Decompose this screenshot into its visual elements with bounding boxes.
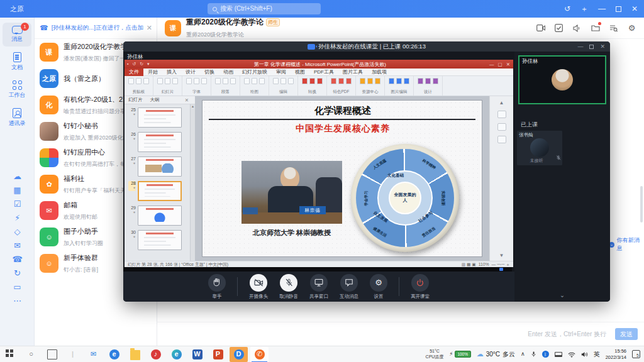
rail-tool-icon[interactable]: ▦ <box>13 186 21 194</box>
rail-tool-icon[interactable]: ☁ <box>13 172 21 180</box>
presenter-video[interactable]: 孙佳林 <box>518 55 606 104</box>
rail-tool-icon[interactable]: ✉ <box>14 241 21 250</box>
taskbar-app-icon[interactable]: e <box>166 346 187 362</box>
taskbar-app-icon[interactable]: W <box>187 346 208 362</box>
todo-icon[interactable] <box>554 23 564 33</box>
conference-settings-button[interactable]: ⚙ 设置 <box>370 274 387 300</box>
scroll-down-icon[interactable]: ▼ <box>499 253 504 258</box>
input-language[interactable]: 英 <box>594 350 600 359</box>
ribbon-tab[interactable]: 加载项 <box>367 69 391 76</box>
tray-mic-icon[interactable] <box>531 349 536 360</box>
tab-slides[interactable]: 幻灯片 <box>125 97 147 103</box>
ribbon-tab[interactable]: 设计 <box>181 69 200 76</box>
ribbon-group[interactable]: 资源中心 <box>356 76 385 96</box>
ribbon-group[interactable]: 转换 <box>298 76 327 96</box>
add-icon[interactable]: ＋ <box>580 4 588 14</box>
rail-tool-icon[interactable]: ▭ <box>13 283 21 291</box>
tab-outline[interactable]: 大纲 <box>147 97 164 103</box>
ribbon-group[interactable]: 段落 <box>211 76 240 96</box>
sidebar-item-workbench[interactable]: 工作台 <box>3 77 31 102</box>
interactive-message-button[interactable]: 互动消息 <box>340 274 358 300</box>
share-window-button[interactable]: 共享窗口 <box>309 274 328 300</box>
unmute-button[interactable]: 取消静音 <box>279 274 298 300</box>
settings-icon[interactable]: ⚙ <box>627 23 636 33</box>
conf-close-button[interactable]: ✕ <box>600 43 605 50</box>
close-banner-icon[interactable]: ✕ <box>147 24 152 32</box>
weather-widget[interactable]: ☁ 30°C 多云 <box>477 350 515 359</box>
rail-tool-icon[interactable]: ◇ <box>14 228 21 236</box>
clock-widget[interactable]: 15:562022/3/14 <box>606 348 626 361</box>
close-pane-icon[interactable]: ✕ <box>181 97 192 103</box>
taskbar-app-icon[interactable]: ♪ <box>145 346 166 362</box>
rail-tool-icon[interactable]: ☎ <box>12 255 22 263</box>
sidebar-item-docs[interactable]: 文档 <box>3 49 31 75</box>
taskbar-app-icon[interactable] <box>125 346 145 362</box>
chat-scrollbar[interactable] <box>640 186 643 222</box>
leave-class-button[interactable]: 离开课堂 <box>411 274 430 300</box>
quick-access-toolbar[interactable]: ▪ ↺ ↻ ▾ <box>127 62 151 67</box>
slide-thumbnail[interactable]: 25✦ <box>128 107 190 128</box>
rail-tool-icon[interactable]: ☑ <box>14 200 21 208</box>
raise-hand-button[interactable]: 举手 <box>208 274 226 300</box>
tray-chevron-icon[interactable]: ∧ <box>521 351 525 357</box>
ribbon-group[interactable]: 字体 <box>182 76 211 96</box>
chat-history-icon[interactable] <box>609 23 618 33</box>
ppt-close-button[interactable]: ✕ <box>506 62 510 67</box>
ribbon-tab[interactable]: 幻灯片放映 <box>238 69 272 76</box>
view-icons[interactable]: ▥ ▦ ▣ <box>462 262 476 267</box>
rail-tool-icon[interactable]: ⚡ <box>14 214 20 222</box>
collapse-participants-icon[interactable]: ⌄ <box>514 292 610 299</box>
taskbar-app-icon[interactable]: e <box>104 346 125 362</box>
ribbon-tab[interactable]: 视图 <box>291 69 309 76</box>
message-input[interactable]: Enter 发送，Ctrl+Enter 换行 <box>528 330 606 339</box>
ribbon-tab[interactable]: 动画 <box>219 69 238 76</box>
mute-speaker-icon[interactable] <box>572 23 582 33</box>
slide-thumbnail[interactable]: 27✦ <box>128 156 190 177</box>
conf-maximize-button[interactable] <box>589 45 594 49</box>
side-tool-icon[interactable] <box>497 136 506 143</box>
wifi-icon[interactable] <box>568 349 575 360</box>
taskbar-app-icon[interactable]: ✆ <box>249 346 270 362</box>
battery-indicator[interactable]: ⚡100% <box>449 351 470 358</box>
files-icon[interactable] <box>591 23 600 33</box>
ppt-maximize-button[interactable]: ▢ <box>498 62 502 67</box>
maximize-button[interactable] <box>616 6 621 12</box>
history-icon[interactable]: ↺ <box>564 4 570 13</box>
taskbar-app-icon[interactable]: ✉ <box>83 346 104 362</box>
close-button[interactable]: ✕ <box>631 4 638 13</box>
side-tool-icon[interactable] <box>497 123 506 131</box>
taskbar-app-icon[interactable] <box>42 346 62 362</box>
ribbon-tab[interactable]: 切换 <box>200 69 219 76</box>
cpu-temp-widget[interactable]: 51°CCPU温度 <box>426 349 444 359</box>
rail-tool-icon[interactable]: ↻ <box>14 269 21 277</box>
taskbar-app-icon[interactable] <box>0 346 21 362</box>
sidebar-item-contacts[interactable]: 通讯录 <box>3 105 31 131</box>
video-meeting-icon[interactable] <box>536 23 545 33</box>
ribbon-group[interactable]: 特色PDF <box>327 76 356 96</box>
camera-on-button[interactable]: 开摄像头 <box>249 274 268 300</box>
slide-thumbnail[interactable]: 26✦ <box>128 132 190 152</box>
slide-thumbnail[interactable]: 29✦ <box>128 206 190 226</box>
ribbon-tab[interactable]: PDF工具 <box>309 69 338 76</box>
taskbar-app-icon[interactable]: ○ <box>21 346 42 362</box>
send-button[interactable]: 发送 <box>615 328 638 340</box>
ribbon-tab[interactable]: 文件 <box>125 69 143 76</box>
participant-cell[interactable]: 张书灿 未接听 <box>517 131 562 165</box>
ribbon-tab[interactable]: 图片工具 <box>338 69 367 76</box>
new-message-hint[interactable]: ⌄ 你有新消息 <box>609 236 644 253</box>
ribbon-group[interactable]: 图片编辑 <box>385 76 414 96</box>
ribbon-group[interactable]: 剪贴板 <box>125 76 153 96</box>
zoom-slider[interactable]: — ─◦─ ＋ <box>492 261 510 268</box>
taskbar-app-icon[interactable]: P <box>208 346 228 362</box>
slide-thumbnail[interactable]: 28✦ <box>128 181 190 201</box>
thumbnail-scrollbar[interactable]: ▲ <box>190 104 195 261</box>
ongoing-call-banner[interactable]: ☎ [孙佳林发起的...]正在进行，点击加入 ✕ <box>35 18 157 39</box>
ribbon-group[interactable]: 编辑 <box>269 76 298 96</box>
taskbar-app-icon[interactable]: D <box>228 346 249 362</box>
ribbon-tab[interactable]: 插入 <box>162 69 181 76</box>
conf-minimize-button[interactable]: — <box>577 43 583 50</box>
notification-center-icon[interactable]: 5 <box>632 350 640 358</box>
scroll-up-icon[interactable]: ▲ <box>499 100 504 106</box>
taskbar-app-icon[interactable]: | <box>62 346 83 362</box>
ribbon-tab[interactable]: 审阅 <box>272 69 291 76</box>
